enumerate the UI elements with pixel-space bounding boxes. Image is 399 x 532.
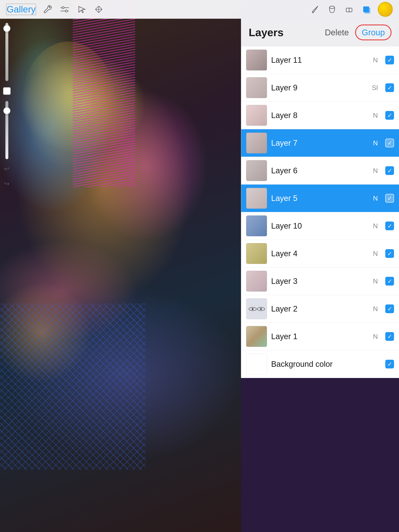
layer-mode-7: N: [367, 139, 378, 147]
top-toolbar: Gallery: [0, 0, 399, 19]
toolbar-right: [309, 2, 393, 17]
layer-name-5: Layer 5: [271, 194, 363, 203]
smudge-tool[interactable]: [327, 4, 337, 15]
layer-mode-10: N: [367, 222, 378, 230]
brush-tool[interactable]: [309, 4, 320, 15]
layer-mode-5: N: [367, 195, 378, 202]
layer-visibility-8[interactable]: [385, 111, 394, 120]
size-slider-track[interactable]: [5, 23, 8, 81]
redo-button[interactable]: ↪: [1, 178, 12, 189]
left-sidebar: ↩ ↪: [0, 19, 13, 532]
layer-name-2: Layer 2: [271, 304, 363, 313]
svg-point-7: [329, 6, 335, 8]
layer-mode-8: N: [367, 112, 378, 119]
selection-tool[interactable]: [76, 4, 87, 15]
layer-name-0: Background color: [271, 360, 363, 369]
layer-name-9: Layer 9: [271, 83, 363, 92]
layers-list: Layer 11NLayer 9SlLayer 8NLayer 7NLayer …: [241, 46, 399, 378]
layer-name-8: Layer 8: [271, 111, 363, 120]
layer-row-6[interactable]: Layer 6N: [241, 157, 399, 184]
svg-rect-11: [365, 8, 370, 13]
layer-visibility-0[interactable]: [385, 360, 394, 368]
size-slider-thumb[interactable]: [3, 25, 10, 32]
layers-title: Layers: [249, 26, 283, 39]
layers-header: Layers Delete Group: [241, 19, 399, 46]
group-button[interactable]: Group: [355, 25, 392, 40]
layer-name-11: Layer 11: [271, 56, 363, 65]
transform-tool[interactable]: [93, 4, 104, 15]
layer-name-1: Layer 1: [271, 332, 363, 341]
layer-thumbnail-7: [246, 133, 267, 153]
opacity-slider-track[interactable]: [5, 101, 8, 159]
blue-crosshatch: [0, 304, 146, 470]
delete-button[interactable]: Delete: [325, 28, 349, 37]
layers-tool[interactable]: [361, 4, 372, 15]
layer-thumbnail-8: [246, 105, 267, 126]
layer-thumbnail-0: [246, 354, 267, 374]
layer-mode-4: N: [367, 250, 378, 258]
size-slider-container: [5, 23, 8, 81]
adjustments-tool[interactable]: [59, 4, 70, 15]
layer-mode-3: N: [367, 278, 378, 285]
undo-button[interactable]: ↩: [1, 163, 12, 174]
layer-thumbnail-6: [246, 160, 267, 181]
color-picker[interactable]: [378, 2, 393, 17]
layer-visibility-2[interactable]: [385, 304, 394, 313]
layer-thumbnail-5: [246, 188, 267, 209]
layer-row-0[interactable]: Background color: [241, 350, 399, 378]
layer-row-7[interactable]: Layer 7N: [241, 129, 399, 157]
layer-row-2[interactable]: Layer 2N: [241, 295, 399, 323]
layer-row-9[interactable]: Layer 9Sl: [241, 74, 399, 102]
svg-point-15: [260, 308, 262, 310]
layer-name-3: Layer 3: [271, 277, 363, 286]
layer-row-8[interactable]: Layer 8N: [241, 102, 399, 129]
layer-row-5[interactable]: Layer 5N: [241, 184, 399, 212]
layer-mode-6: N: [367, 167, 378, 175]
layers-panel: Layers Delete Group Layer 11NLayer 9SlLa…: [241, 19, 399, 378]
opacity-slider-thumb[interactable]: [3, 107, 10, 114]
layer-row-11[interactable]: Layer 11N: [241, 46, 399, 74]
layer-thumbnail-3: [246, 271, 267, 291]
layer-row-3[interactable]: Layer 3N: [241, 267, 399, 295]
layer-row-1[interactable]: Layer 1N: [241, 323, 399, 350]
layer-thumbnail-10: [246, 215, 267, 236]
layer-mode-1: N: [367, 333, 378, 340]
layer-name-4: Layer 4: [271, 249, 363, 258]
layer-mode-2: N: [367, 305, 378, 313]
layer-visibility-6[interactable]: [385, 166, 394, 175]
color-swatch[interactable]: [3, 87, 11, 95]
layer-thumbnail-1: [246, 326, 267, 347]
layer-visibility-7[interactable]: [385, 139, 394, 147]
svg-point-1: [65, 10, 67, 12]
eraser-tool[interactable]: [344, 4, 354, 15]
layer-visibility-11[interactable]: [385, 56, 394, 64]
layer-name-10: Layer 10: [271, 222, 363, 230]
layer-visibility-10[interactable]: [385, 222, 394, 230]
magenta-lines: [73, 0, 135, 187]
layer-mode-11: N: [367, 56, 378, 64]
layer-thumbnail-2: [246, 298, 267, 319]
layer-visibility-4[interactable]: [385, 249, 394, 258]
toolbar-left: Gallery: [6, 4, 104, 15]
svg-point-0: [62, 7, 64, 9]
layers-actions: Delete Group: [325, 25, 392, 40]
gallery-button[interactable]: Gallery: [6, 4, 36, 15]
layer-row-4[interactable]: Layer 4N: [241, 240, 399, 267]
layer-mode-9: Sl: [367, 84, 378, 92]
layer-visibility-1[interactable]: [385, 332, 394, 341]
svg-point-14: [252, 308, 253, 310]
layer-visibility-3[interactable]: [385, 277, 394, 285]
wrench-tool[interactable]: [42, 4, 53, 15]
layer-visibility-5[interactable]: [385, 194, 394, 203]
layer-thumbnail-9: [246, 77, 267, 98]
layer-thumbnail-11: [246, 50, 267, 70]
layer-name-7: Layer 7: [271, 139, 363, 147]
svg-point-6: [312, 12, 314, 13]
layer-visibility-9[interactable]: [385, 83, 394, 92]
layer-thumbnail-4: [246, 243, 267, 264]
layer-name-6: Layer 6: [271, 166, 363, 175]
layer-row-10[interactable]: Layer 10N: [241, 212, 399, 240]
